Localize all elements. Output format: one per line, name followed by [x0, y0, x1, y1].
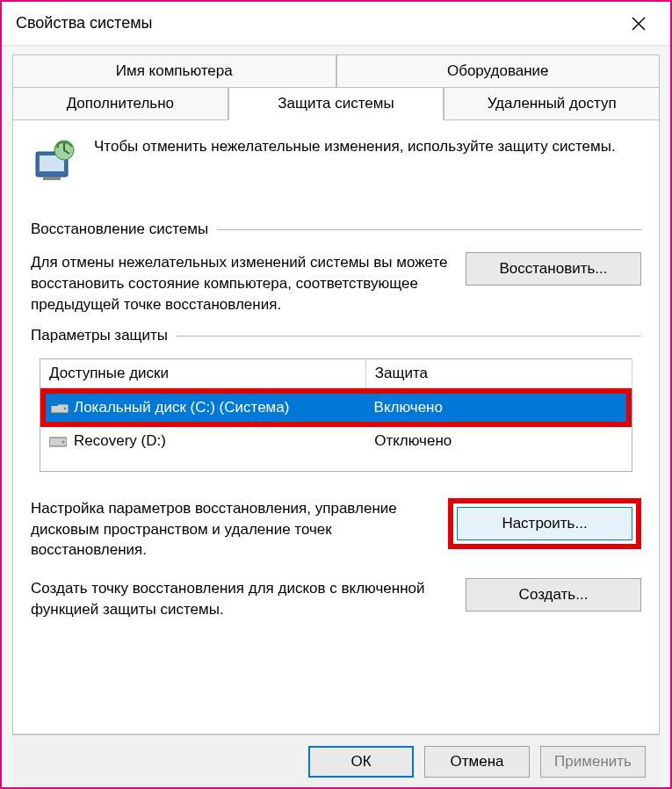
restore-section-header: Восстановление системы: [31, 221, 641, 238]
titlebar: Свойства системы: [2, 2, 670, 46]
restore-button[interactable]: Восстановить...: [466, 252, 641, 286]
tab-remote[interactable]: Удаленный доступ: [444, 87, 660, 119]
configure-description: Настройка параметров восстановления, упр…: [31, 498, 430, 561]
protection-heading: Параметры защиты: [31, 327, 168, 344]
divider: [177, 336, 641, 337]
dialog-footer: ОК Отмена Применить: [12, 735, 660, 787]
drive-status: Отключено: [365, 427, 632, 455]
tabs-row-1: Имя компьютера Оборудование: [12, 54, 660, 87]
drive-name: Recovery (D:): [74, 432, 166, 450]
tab-computer-name[interactable]: Имя компьютера: [12, 54, 336, 87]
system-properties-window: Свойства системы Имя компьютера Оборудов…: [0, 0, 672, 789]
ok-button[interactable]: ОК: [308, 746, 414, 778]
tabs-row-2: Дополнительно Защита системы Удаленный д…: [12, 87, 660, 119]
drive-name: Локальный диск (C:) (Система): [74, 399, 289, 416]
close-icon: [632, 17, 646, 31]
restore-row: Для отмены нежелательных изменений систе…: [31, 252, 641, 315]
create-row: Создать точку восстановления для дисков …: [31, 578, 641, 620]
window-title: Свойства системы: [16, 14, 621, 33]
table-empty-row: [40, 455, 632, 471]
red-highlight-box: Настроить...: [448, 498, 641, 549]
table-header-row: Доступные диски Защита: [40, 359, 632, 388]
content-area: Имя компьютера Оборудование Дополнительн…: [2, 46, 670, 787]
configure-button[interactable]: Настроить...: [457, 507, 632, 540]
create-description: Создать точку восстановления для дисков …: [31, 578, 448, 620]
tab-advanced[interactable]: Дополнительно: [12, 87, 228, 119]
highlighted-row-wrapper: Локальный диск (C:) (Система) Включено: [40, 388, 632, 428]
tab-panel-system-protection: Чтобы отменить нежелательные изменения, …: [12, 119, 660, 735]
protection-section-header: Параметры защиты: [31, 327, 641, 344]
close-button[interactable]: [621, 6, 656, 41]
drive-status: Включено: [365, 394, 626, 422]
apply-button[interactable]: Применить: [540, 746, 646, 778]
column-header-status[interactable]: Защита: [365, 359, 632, 388]
protection-drives-table: Доступные диски Защита: [40, 358, 632, 472]
intro-block: Чтобы отменить нежелательные изменения, …: [31, 136, 641, 185]
protection-table-wrapper: Доступные диски Защита: [40, 358, 632, 472]
cancel-button[interactable]: Отмена: [424, 746, 530, 778]
svg-point-11: [62, 441, 65, 444]
drive-icon: [49, 434, 67, 448]
configure-row: Настройка параметров восстановления, упр…: [31, 498, 641, 561]
column-header-drive[interactable]: Доступные диски: [40, 359, 366, 388]
restore-description: Для отмены нежелательных изменений систе…: [31, 252, 448, 315]
restore-heading: Восстановление системы: [31, 221, 208, 238]
table-row[interactable]: Локальный диск (C:) (Система): [46, 394, 365, 422]
svg-rect-4: [43, 177, 61, 180]
create-button[interactable]: Создать...: [466, 578, 641, 612]
tab-system-protection[interactable]: Защита системы: [228, 87, 444, 120]
table-row[interactable]: Recovery (D:) Отключено: [40, 427, 632, 455]
intro-text: Чтобы отменить нежелательные изменения, …: [94, 136, 616, 157]
divider: [217, 229, 641, 230]
svg-point-9: [64, 408, 67, 410]
tab-hardware[interactable]: Оборудование: [336, 54, 661, 87]
svg-rect-8: [51, 401, 58, 406]
red-highlight-box: Локальный диск (C:) (Система) Включено: [40, 388, 632, 427]
system-protection-icon: [31, 136, 80, 185]
drive-icon: [51, 401, 69, 415]
